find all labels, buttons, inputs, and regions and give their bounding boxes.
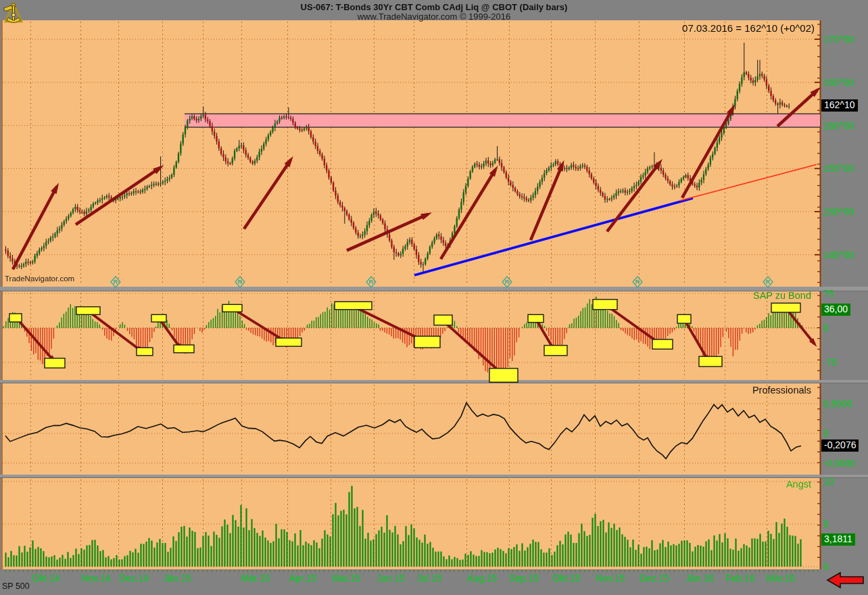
y-axis-tick-label: 160^00 xyxy=(823,120,854,131)
y-axis-tick-label: 145^00 xyxy=(823,249,854,260)
y-axis-tick-label: 155^00 xyxy=(823,163,854,174)
date-price-readout: 07.03.2016 = 162^10 (+0^02) xyxy=(682,22,815,34)
x-axis-month-label: Mai.15 xyxy=(332,573,360,584)
panel-title-angst: Angst xyxy=(786,479,811,490)
x-axis-month-label: Dez.15 xyxy=(640,573,669,584)
x-axis-month-label: Jän.15 xyxy=(163,573,191,584)
y-axis-tick-label: 150^00 xyxy=(823,206,854,217)
x-axis-month-label: Nov.15 xyxy=(596,573,625,584)
x-axis-month-label: Dez.14 xyxy=(119,573,149,584)
professionals-value-box: -0,2076 xyxy=(821,439,859,452)
y-axis-tick-label: 75 xyxy=(823,288,834,299)
x-axis-month-label: Jul.15 xyxy=(416,573,441,584)
x-axis-month-label: Sep.15 xyxy=(509,573,539,584)
sap-value-box: 36,00 xyxy=(821,304,850,316)
x-axis-month-label: Mär.15 xyxy=(241,573,270,584)
y-axis-tick-label: 0 xyxy=(823,428,829,439)
x-axis-month-label: Apr.15 xyxy=(289,573,316,584)
chart-title: US-067: T-Bonds 30Yr CBT Comb CAdj Liq @… xyxy=(0,2,868,12)
panel-title-professionals: Professionals xyxy=(752,385,811,396)
y-axis-tick-label: 170^00 xyxy=(823,34,854,45)
angst-value-box: 3,1811 xyxy=(821,533,855,546)
y-axis-tick-label: -0,5000 xyxy=(823,458,855,469)
x-axis-month-label: Feb.16 xyxy=(725,573,755,584)
y-axis-tick-label: -75 xyxy=(823,357,837,368)
trade-navigator-window: US-067: T-Bonds 30Yr CBT Comb CAdj Liq @… xyxy=(0,0,868,595)
chart-canvas xyxy=(0,0,868,595)
x-axis-month-label: Jun.15 xyxy=(377,573,405,584)
x-axis-month-label: Okt.15 xyxy=(552,573,580,584)
x-axis-month-label: Nov.14 xyxy=(81,573,110,584)
x-axis-month-label: Aug.15 xyxy=(467,573,497,584)
y-axis-tick-label: 10 xyxy=(823,476,834,487)
y-axis-tick-label: 165^00 xyxy=(823,77,854,88)
panel-title-sap-zu-bond: SAP zu Bond xyxy=(753,290,811,301)
watermark: TradeNavigator.com xyxy=(5,275,74,283)
chart-subtitle: www.TradeNavigator.com © 1999-2016 xyxy=(0,11,868,22)
y-axis-tick-label: 0,5000 xyxy=(823,398,852,409)
bottom-left-symbol-label: SP 500 xyxy=(2,581,30,591)
y-axis-tick-label: 5 xyxy=(823,519,829,529)
x-axis-month-label: Okt.14 xyxy=(32,573,59,584)
x-axis-month-label: Jän.16 xyxy=(685,573,714,584)
x-axis-month-label: Mär.16 xyxy=(767,573,796,584)
y-axis-tick-label: 0 xyxy=(823,323,829,333)
y-axis-tick-label: 0 xyxy=(823,561,829,572)
last-price-box: 162^10 xyxy=(821,99,858,112)
scroll-left-arrow-icon[interactable] xyxy=(826,571,865,589)
